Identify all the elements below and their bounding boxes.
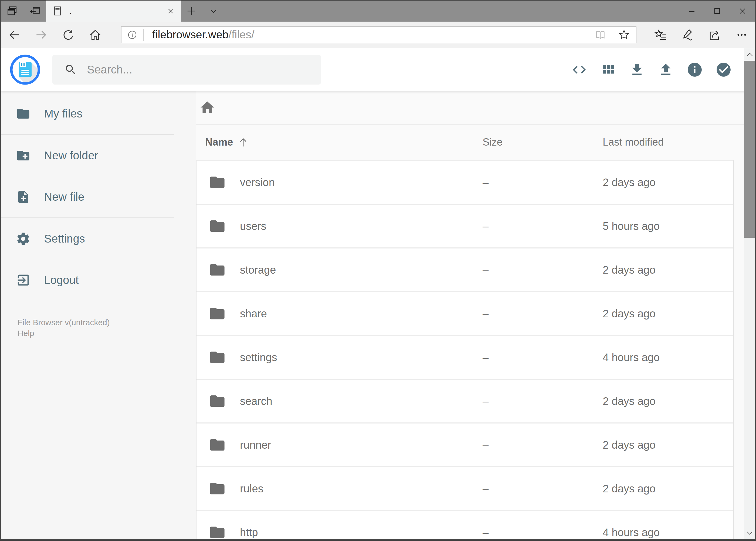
browser-window: . (0, 0, 756, 541)
sidebar-item-my-files[interactable]: My files (1, 93, 196, 134)
web-note-pen-icon[interactable] (674, 21, 701, 48)
refresh-button[interactable] (55, 21, 82, 48)
tab-list-chevron-icon[interactable] (202, 1, 225, 22)
search-icon (64, 63, 77, 76)
file-row[interactable]: settings – 4 hours ago (196, 336, 733, 380)
window-controls (679, 1, 755, 22)
column-header-modified[interactable]: Last modified (603, 136, 734, 148)
address-bar[interactable]: filebrowser.web/files/ (121, 26, 636, 43)
sidebar-item-settings[interactable]: Settings (1, 218, 196, 259)
scrollbar-thumb[interactable] (744, 61, 755, 238)
version-text: File Browser v(untracked) (18, 318, 110, 327)
file-size: – (481, 483, 603, 495)
search-box[interactable] (52, 55, 321, 85)
file-modified: 4 hours ago (603, 351, 733, 363)
sidebar: My files New folder (1, 91, 196, 539)
file-name-cell: storage (196, 261, 481, 278)
folder-icon (209, 349, 226, 366)
filebrowser-logo (10, 55, 40, 85)
address-separator (143, 29, 143, 41)
folder-icon (209, 261, 226, 278)
home-button[interactable] (82, 21, 109, 48)
file-name-cell: users (196, 218, 481, 235)
file-row[interactable]: share – 2 days ago (196, 292, 733, 336)
more-options-icon[interactable] (728, 21, 755, 48)
file-modified: 2 days ago (603, 176, 733, 189)
info-icon[interactable] (680, 55, 709, 85)
search-input[interactable] (87, 63, 303, 76)
file-modified: 2 days ago (603, 483, 733, 495)
gear-icon (16, 232, 31, 246)
app-header (1, 48, 755, 91)
file-modified: 2 days ago (603, 307, 733, 320)
reading-view-icon[interactable] (589, 29, 612, 41)
set-tabs-aside-icon[interactable] (24, 1, 46, 22)
grid-view-icon[interactable] (594, 55, 623, 85)
close-window-button[interactable] (730, 1, 755, 22)
folder-icon (209, 524, 226, 541)
scroll-down-icon[interactable] (744, 527, 755, 539)
file-name: rules (240, 483, 263, 495)
column-header-size[interactable]: Size (481, 136, 603, 148)
file-row[interactable]: http – 4 hours ago (196, 511, 733, 541)
file-row[interactable]: search – 2 days ago (196, 380, 733, 423)
site-info-icon[interactable] (122, 29, 143, 41)
file-name-cell: http (196, 524, 481, 541)
sidebar-item-label: Settings (44, 232, 85, 245)
sidebar-item-logout[interactable]: Logout (1, 259, 196, 300)
file-modified: 5 hours ago (603, 220, 733, 232)
tab-page-icon (52, 6, 63, 16)
file-name: search (240, 395, 272, 407)
folder-icon (209, 436, 226, 453)
column-name-label: Name (205, 136, 233, 148)
browser-tab[interactable]: . (46, 1, 181, 22)
tab-title: . (69, 6, 166, 16)
file-name: runner (240, 439, 271, 451)
file-row[interactable]: runner – 2 days ago (196, 423, 733, 467)
maximize-button[interactable] (704, 1, 730, 22)
file-modified: 2 days ago (603, 264, 733, 276)
file-modified: 2 days ago (603, 395, 733, 407)
scroll-up-icon[interactable] (744, 48, 755, 61)
file-name: version (240, 176, 275, 189)
select-check-icon[interactable] (709, 55, 738, 85)
column-header-name[interactable]: Name (196, 136, 481, 149)
file-row[interactable]: users – 5 hours ago (196, 205, 733, 249)
header-actions (565, 55, 738, 85)
file-row[interactable]: storage – 2 days ago (196, 249, 733, 292)
back-button[interactable] (1, 21, 28, 48)
file-row[interactable]: rules – 2 days ago (196, 467, 733, 511)
download-icon[interactable] (623, 55, 651, 85)
listing-header: Name Size Last modified (196, 125, 734, 160)
file-size: – (481, 307, 603, 320)
url-host: filebrowser.web (152, 28, 229, 41)
favorites-hub-icon[interactable] (647, 21, 674, 48)
file-name-cell: settings (196, 349, 481, 366)
folder-icon (209, 305, 226, 322)
file-size: – (481, 526, 603, 539)
upload-icon[interactable] (651, 55, 680, 85)
breadcrumb-home-icon[interactable] (199, 99, 215, 116)
file-size: – (481, 395, 603, 407)
file-row[interactable]: version – 2 days ago (196, 161, 733, 205)
add-favorite-star-icon[interactable] (612, 29, 636, 41)
minimize-button[interactable] (679, 1, 704, 22)
tab-close-icon[interactable] (166, 6, 175, 16)
forward-button[interactable] (28, 21, 55, 48)
page-scrollbar[interactable] (744, 48, 755, 539)
share-icon[interactable] (701, 21, 728, 48)
file-name: http (240, 526, 258, 539)
new-tab-button[interactable] (181, 1, 202, 22)
file-name-cell: version (196, 174, 481, 191)
sidebar-item-new-file[interactable]: New file (1, 176, 196, 218)
url-text: filebrowser.web/files/ (152, 28, 254, 41)
new-file-icon (16, 190, 31, 204)
page-content: My files New folder (1, 91, 755, 539)
tabs-preview-icon[interactable] (1, 1, 24, 22)
browser-tab-bar: . (1, 1, 755, 22)
sidebar-item-new-folder[interactable]: New folder (1, 135, 196, 176)
help-link[interactable]: Help (18, 328, 110, 338)
file-size: – (481, 220, 603, 232)
sidebar-footer: File Browser v(untracked) Help (18, 317, 110, 338)
raw-code-icon[interactable] (565, 55, 594, 85)
